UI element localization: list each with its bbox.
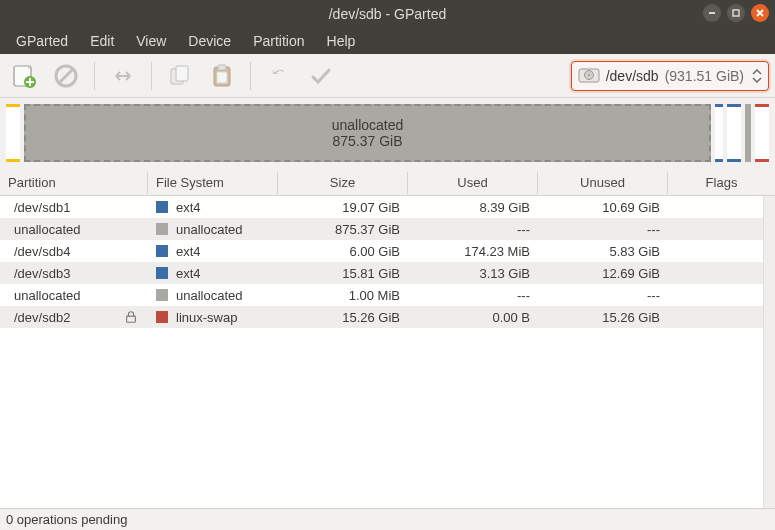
undo-button (261, 58, 297, 94)
menu-gparted[interactable]: GParted (6, 30, 78, 52)
cell-used: 0.00 B (408, 306, 538, 328)
disk-seg-sdb2[interactable] (755, 104, 769, 162)
fs-swatch (156, 289, 168, 301)
cell-size: 19.07 GiB (278, 196, 408, 218)
chevron-down-icon (752, 77, 762, 83)
table-row[interactable]: unallocatedunallocated1.00 MiB------ (0, 284, 763, 306)
lock-icon (124, 310, 138, 324)
col-header-filesystem[interactable]: File System (148, 172, 278, 194)
cell-used: 3.13 GiB (408, 262, 538, 284)
col-header-used[interactable]: Used (408, 172, 538, 194)
cell-size: 15.81 GiB (278, 262, 408, 284)
titlebar: /dev/sdb - GParted (0, 0, 775, 27)
cell-flags (668, 284, 763, 306)
table-row[interactable]: /dev/sdb3ext415.81 GiB3.13 GiB12.69 GiB (0, 262, 763, 284)
cell-unused: --- (538, 284, 668, 306)
cell-used: --- (408, 218, 538, 240)
cell-partition: /dev/sdb4 (0, 240, 148, 262)
col-header-unused[interactable]: Unused (538, 172, 668, 194)
disk-seg-size: 875.37 GiB (332, 133, 402, 149)
cell-partition: unallocated (0, 284, 148, 306)
resize-move-button (105, 58, 141, 94)
cell-size: 875.37 GiB (278, 218, 408, 240)
cell-partition: /dev/sdb3 (0, 262, 148, 284)
copy-button (162, 58, 198, 94)
cell-unused: --- (538, 218, 668, 240)
toolbar: /dev/sdb (931.51 GiB) (0, 54, 775, 98)
cell-flags (668, 306, 763, 328)
fs-swatch (156, 245, 168, 257)
disk-seg-sdb1[interactable] (6, 104, 20, 162)
cell-flags (668, 218, 763, 240)
cell-unused: 5.83 GiB (538, 240, 668, 262)
fs-swatch (156, 223, 168, 235)
menu-help[interactable]: Help (317, 30, 366, 52)
cell-used: 174.23 MiB (408, 240, 538, 262)
svg-rect-9 (176, 66, 188, 81)
cell-filesystem: ext4 (148, 196, 278, 218)
svg-point-15 (588, 74, 590, 76)
chevron-up-icon (752, 69, 762, 75)
col-header-size[interactable]: Size (278, 172, 408, 194)
scrollbar[interactable] (763, 196, 775, 508)
fs-swatch (156, 201, 168, 213)
table-row[interactable]: unallocatedunallocated875.37 GiB------ (0, 218, 763, 240)
cell-flags (668, 240, 763, 262)
status-text: 0 operations pending (6, 512, 127, 527)
disk-seg-sdb3[interactable] (727, 104, 741, 162)
device-spinner[interactable] (752, 69, 762, 83)
svg-rect-11 (218, 65, 226, 70)
window-title: /dev/sdb - GParted (0, 6, 775, 22)
menu-edit[interactable]: Edit (80, 30, 124, 52)
cell-filesystem: ext4 (148, 240, 278, 262)
col-header-partition[interactable]: Partition (0, 172, 148, 194)
fs-swatch (156, 311, 168, 323)
device-name: /dev/sdb (606, 68, 659, 84)
paste-button (204, 58, 240, 94)
cell-size: 6.00 GiB (278, 240, 408, 262)
cell-filesystem: unallocated (148, 218, 278, 240)
table-row[interactable]: /dev/sdb4ext46.00 GiB174.23 MiB5.83 GiB (0, 240, 763, 262)
cell-partition: /dev/sdb1 (0, 196, 148, 218)
disk-seg-label: unallocated (332, 117, 404, 133)
partition-table: Partition File System Size Used Unused F… (0, 170, 775, 508)
menu-view[interactable]: View (126, 30, 176, 52)
delete-partition-button (48, 58, 84, 94)
svg-rect-12 (217, 72, 227, 83)
disk-seg-unallocated[interactable]: unallocated 875.37 GiB (24, 104, 711, 162)
cell-partition: /dev/sdb2 (0, 306, 148, 328)
cell-partition: unallocated (0, 218, 148, 240)
apply-button (303, 58, 339, 94)
table-row[interactable]: /dev/sdb1ext419.07 GiB8.39 GiB10.69 GiB (0, 196, 763, 218)
cell-unused: 12.69 GiB (538, 262, 668, 284)
close-button[interactable] (751, 4, 769, 22)
cell-filesystem: linux-swap (148, 306, 278, 328)
new-partition-button[interactable] (6, 58, 42, 94)
disk-seg-unallocated-small[interactable] (745, 104, 751, 162)
cell-flags (668, 262, 763, 284)
disk-bar: unallocated 875.37 GiB (0, 98, 775, 170)
cell-flags (668, 196, 763, 218)
table-row[interactable]: /dev/sdb2linux-swap15.26 GiB0.00 B15.26 … (0, 306, 763, 328)
statusbar: 0 operations pending (0, 508, 775, 530)
harddisk-icon (578, 67, 600, 85)
cell-filesystem: ext4 (148, 262, 278, 284)
svg-line-7 (59, 69, 73, 83)
svg-rect-16 (127, 316, 136, 322)
device-selector[interactable]: /dev/sdb (931.51 GiB) (571, 61, 769, 91)
minimize-button[interactable] (703, 4, 721, 22)
cell-used: 8.39 GiB (408, 196, 538, 218)
fs-swatch (156, 267, 168, 279)
cell-used: --- (408, 284, 538, 306)
menu-partition[interactable]: Partition (243, 30, 314, 52)
disk-seg-sdb4[interactable] (715, 104, 723, 162)
cell-size: 15.26 GiB (278, 306, 408, 328)
col-header-flags[interactable]: Flags (668, 172, 775, 194)
svg-rect-1 (733, 10, 739, 16)
maximize-button[interactable] (727, 4, 745, 22)
menubar: GParted Edit View Device Partition Help (0, 27, 775, 54)
device-size: (931.51 GiB) (665, 68, 744, 84)
cell-size: 1.00 MiB (278, 284, 408, 306)
menu-device[interactable]: Device (178, 30, 241, 52)
cell-unused: 10.69 GiB (538, 196, 668, 218)
